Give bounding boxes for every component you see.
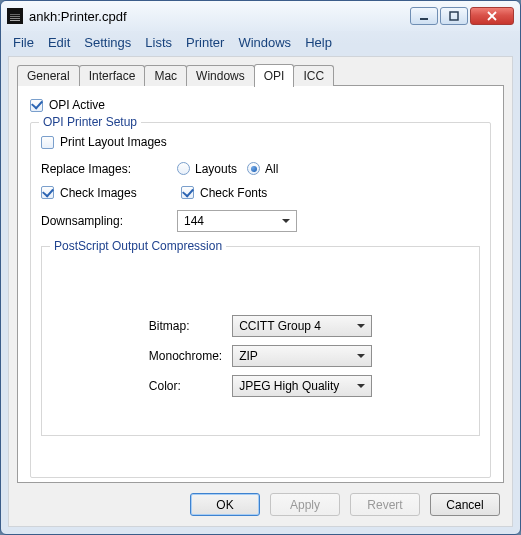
maximize-icon: [449, 11, 459, 21]
opi-active-label: OPI Active: [49, 98, 105, 112]
print-layout-images-label: Print Layout Images: [60, 135, 167, 149]
color-label: Color:: [149, 379, 222, 393]
group-legend: PostScript Output Compression: [50, 239, 226, 253]
downsampling-combo[interactable]: 144: [177, 210, 297, 232]
menu-printer[interactable]: Printer: [180, 33, 230, 52]
dialog-footer: OK Apply Revert Cancel: [17, 483, 504, 518]
tab-interface[interactable]: Interface: [79, 65, 146, 86]
cancel-button[interactable]: Cancel: [430, 493, 500, 516]
color-value: JPEG High Quality: [239, 379, 339, 393]
group-legend: OPI Printer Setup: [39, 115, 141, 129]
check-images-label: Check Images: [60, 186, 137, 200]
color-combo[interactable]: JPEG High Quality: [232, 375, 372, 397]
minimize-button[interactable]: [410, 7, 438, 25]
checks-row: Check Images Check Fonts: [41, 186, 480, 200]
checkbox-icon: [181, 186, 194, 199]
tab-windows[interactable]: Windows: [186, 65, 255, 86]
close-icon: [486, 11, 498, 21]
downsampling-value: 144: [184, 214, 204, 228]
menu-edit[interactable]: Edit: [42, 33, 76, 52]
tab-opi[interactable]: OPI: [254, 64, 295, 87]
replace-all-radio[interactable]: All: [247, 162, 278, 176]
checkbox-icon: [41, 186, 54, 199]
postscript-compression-group: PostScript Output Compression Bitmap: CC…: [41, 246, 480, 436]
window-title: ankh:Printer.cpdf: [29, 9, 410, 24]
tab-icc[interactable]: ICC: [293, 65, 334, 86]
maximize-button[interactable]: [440, 7, 468, 25]
replace-all-label: All: [265, 162, 278, 176]
check-images-checkbox[interactable]: Check Images: [41, 186, 171, 200]
print-layout-images-checkbox[interactable]: Print Layout Images: [41, 135, 167, 149]
app-icon: [7, 8, 23, 24]
tab-general[interactable]: General: [17, 65, 80, 86]
chevron-down-icon: [352, 347, 370, 365]
chevron-down-icon: [352, 317, 370, 335]
check-fonts-checkbox[interactable]: Check Fonts: [181, 186, 267, 200]
opi-active-checkbox[interactable]: OPI Active: [30, 98, 491, 112]
replace-layouts-radio[interactable]: Layouts: [177, 162, 237, 176]
svg-rect-0: [420, 18, 428, 20]
tabstrip: General Interface Mac Windows OPI ICC: [17, 63, 504, 86]
tab-panel-opi: OPI Active OPI Printer Setup Print Layou…: [17, 85, 504, 483]
minimize-icon: [419, 11, 429, 21]
apply-button[interactable]: Apply: [270, 493, 340, 516]
titlebar: ankh:Printer.cpdf: [1, 1, 520, 31]
monochrome-label: Monochrome:: [149, 349, 222, 363]
opi-printer-setup-group: OPI Printer Setup Print Layout Images Re…: [30, 122, 491, 478]
compression-grid: Bitmap: CCITT Group 4 Monochrome: ZIP Co…: [52, 315, 469, 397]
chevron-down-icon: [352, 377, 370, 395]
close-button[interactable]: [470, 7, 514, 25]
check-fonts-label: Check Fonts: [200, 186, 267, 200]
svg-rect-1: [450, 12, 458, 20]
menu-settings[interactable]: Settings: [78, 33, 137, 52]
chevron-down-icon: [277, 212, 295, 230]
menu-lists[interactable]: Lists: [139, 33, 178, 52]
caption-buttons: [410, 7, 514, 25]
tab-mac[interactable]: Mac: [144, 65, 187, 86]
monochrome-combo[interactable]: ZIP: [232, 345, 372, 367]
radio-icon: [177, 162, 190, 175]
radio-icon: [247, 162, 260, 175]
monochrome-value: ZIP: [239, 349, 258, 363]
downsampling-label: Downsampling:: [41, 214, 145, 228]
content-area: General Interface Mac Windows OPI ICC OP…: [8, 56, 513, 527]
replace-images-row: Replace Images: Layouts All: [41, 162, 480, 176]
downsampling-row: Downsampling: 144: [41, 210, 480, 232]
menu-windows[interactable]: Windows: [232, 33, 297, 52]
bitmap-value: CCITT Group 4: [239, 319, 321, 333]
bitmap-combo[interactable]: CCITT Group 4: [232, 315, 372, 337]
menu-help[interactable]: Help: [299, 33, 338, 52]
window: ankh:Printer.cpdf File Edit Settings Lis…: [0, 0, 521, 535]
bitmap-label: Bitmap:: [149, 319, 222, 333]
revert-button[interactable]: Revert: [350, 493, 420, 516]
checkbox-icon: [41, 136, 54, 149]
replace-images-label: Replace Images:: [41, 162, 145, 176]
checkbox-icon: [30, 99, 43, 112]
replace-layouts-label: Layouts: [195, 162, 237, 176]
menu-file[interactable]: File: [7, 33, 40, 52]
menubar: File Edit Settings Lists Printer Windows…: [1, 31, 520, 56]
ok-button[interactable]: OK: [190, 493, 260, 516]
